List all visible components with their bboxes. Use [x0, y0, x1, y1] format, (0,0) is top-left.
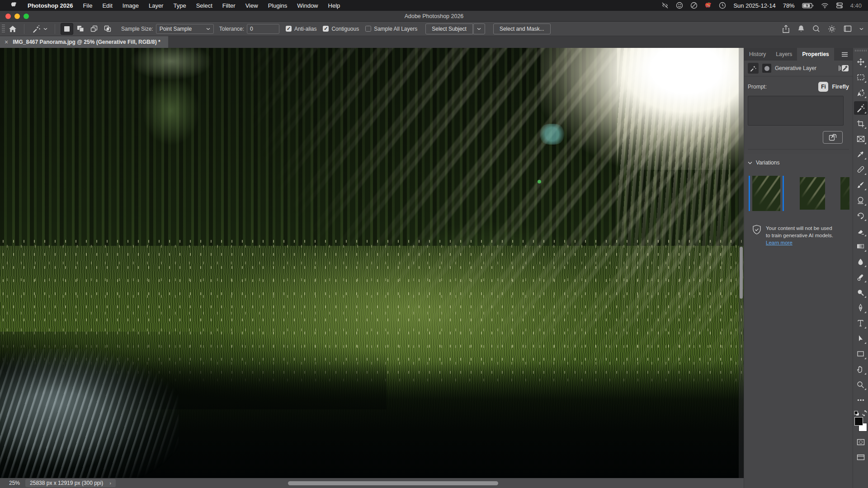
- crop-tool[interactable]: [854, 117, 868, 130]
- panel-menu-icon[interactable]: [841, 52, 853, 57]
- magic-wand-tool[interactable]: [854, 101, 868, 115]
- wifi-icon[interactable]: [821, 3, 829, 9]
- swap-colors-icon[interactable]: [862, 410, 868, 416]
- rectangle-shape-tool[interactable]: [854, 347, 868, 361]
- search-icon[interactable]: [812, 25, 820, 33]
- menu-plugins[interactable]: Plugins: [263, 2, 292, 9]
- variation-thumbnail-1[interactable]: [752, 176, 780, 211]
- notifications-bell-icon[interactable]: [797, 25, 805, 33]
- layer-mask-thumbnail[interactable]: [762, 64, 771, 73]
- menu-type[interactable]: Type: [168, 2, 191, 9]
- variations-header[interactable]: Variations: [748, 160, 849, 166]
- menu-edit[interactable]: Edit: [97, 2, 117, 9]
- menu-window[interactable]: Window: [292, 2, 323, 9]
- tab-properties[interactable]: Properties: [797, 48, 834, 61]
- selection-brush-tool[interactable]: [854, 86, 868, 99]
- document-info-readout[interactable]: 25838 px x 12919 px (300 ppi) ›: [25, 479, 116, 487]
- tolerance-input[interactable]: [247, 24, 279, 34]
- new-selection-mode-button[interactable]: [61, 23, 73, 35]
- menu-view[interactable]: View: [241, 2, 263, 9]
- prompt-input[interactable]: [748, 96, 844, 126]
- default-colors-icon[interactable]: [854, 411, 859, 416]
- menubar-clock[interactable]: 4:40: [850, 2, 862, 9]
- type-tool[interactable]: [854, 316, 868, 330]
- menu-layer[interactable]: Layer: [144, 2, 169, 9]
- select-subject-button[interactable]: Select Subject: [425, 23, 473, 34]
- generative-sparkle-icon[interactable]: [748, 63, 759, 74]
- generative-layer-badge-icon[interactable]: [838, 64, 849, 72]
- edit-toolbar-ellipsis[interactable]: [854, 393, 868, 407]
- contiguous-checkbox[interactable]: ✓ Contiguous: [323, 26, 359, 32]
- eyedropper-tool[interactable]: [854, 147, 868, 161]
- smudge-tool[interactable]: [854, 270, 868, 284]
- brush-tool[interactable]: [854, 178, 868, 192]
- battery-icon[interactable]: [802, 3, 814, 9]
- face-memoji-icon[interactable]: [676, 2, 683, 9]
- workspace-icon[interactable]: [844, 25, 852, 32]
- pen-tool[interactable]: [854, 301, 868, 314]
- intersect-selection-mode-button[interactable]: [101, 23, 114, 35]
- menu-filter[interactable]: Filter: [217, 2, 241, 9]
- frame-tool[interactable]: [854, 132, 868, 145]
- recent-items-clock-icon[interactable]: [719, 2, 726, 9]
- menu-select[interactable]: Select: [191, 2, 217, 9]
- move-tool[interactable]: [854, 55, 868, 69]
- menu-app-name[interactable]: Photoshop 2026: [23, 2, 78, 9]
- menu-file[interactable]: File: [78, 2, 97, 9]
- canvas-area: 25% 25838 px x 12919 px (300 ppi) ›: [0, 48, 744, 488]
- subtract-from-selection-mode-button[interactable]: [88, 23, 100, 35]
- variation-thumbnail-3[interactable]: [840, 177, 849, 210]
- sample-all-layers-checkbox[interactable]: Sample All Layers: [365, 26, 417, 32]
- vertical-scrollbar[interactable]: [739, 48, 744, 478]
- add-to-selection-mode-button[interactable]: [74, 23, 87, 35]
- do-not-disturb-icon[interactable]: [690, 2, 698, 9]
- rectangular-marquee-tool[interactable]: [854, 70, 868, 84]
- variation-thumbnail-2[interactable]: [800, 177, 825, 210]
- keyboard-backlight-off-icon[interactable]: [661, 2, 669, 9]
- status-chevron-icon[interactable]: ›: [109, 480, 111, 486]
- quick-mask-button[interactable]: [854, 435, 868, 449]
- zoom-tool[interactable]: [854, 378, 868, 391]
- lighting-adjust-icon[interactable]: [828, 25, 836, 33]
- path-selection-tool[interactable]: [854, 332, 868, 345]
- generative-layer-row[interactable]: Generative Layer: [744, 61, 853, 76]
- menubar-date[interactable]: Sun 2025-12-14: [733, 2, 775, 9]
- anti-alias-checkbox[interactable]: ✓ Anti-alias: [286, 26, 316, 32]
- apple-intelligence-icon[interactable]: [705, 2, 712, 9]
- dodge-tool[interactable]: [854, 286, 868, 299]
- apple-menu[interactable]: [5, 2, 23, 9]
- color-swatches[interactable]: [854, 417, 868, 432]
- menu-image[interactable]: Image: [118, 2, 144, 9]
- history-brush-tool[interactable]: [854, 209, 868, 222]
- toolbar-grip[interactable]: [855, 50, 867, 52]
- magic-wand-tool-preset[interactable]: [28, 23, 51, 35]
- generate-button[interactable]: [823, 131, 843, 144]
- workspace-chevron-icon[interactable]: [859, 28, 863, 30]
- horizontal-scrollbar-thumb[interactable]: [288, 481, 498, 485]
- home-button[interactable]: [5, 23, 20, 35]
- hand-tool[interactable]: [854, 362, 868, 376]
- eraser-tool[interactable]: [854, 224, 868, 238]
- tab-layers[interactable]: Layers: [771, 48, 797, 61]
- select-and-mask-button[interactable]: Select and Mask...: [493, 23, 551, 34]
- screen-mode-button[interactable]: [854, 450, 868, 464]
- clone-stamp-tool[interactable]: [854, 193, 868, 207]
- gradient-tool[interactable]: [854, 239, 868, 253]
- menu-help[interactable]: Help: [323, 2, 345, 9]
- vertical-scrollbar-thumb[interactable]: [740, 247, 743, 299]
- learn-more-link[interactable]: Learn more: [766, 240, 793, 245]
- separator: [55, 24, 55, 34]
- tab-history[interactable]: History: [744, 48, 771, 61]
- spot-healing-brush-tool[interactable]: [854, 163, 868, 176]
- blur-tool[interactable]: [854, 255, 868, 268]
- sample-size-dropdown[interactable]: Point Sample: [156, 24, 214, 34]
- close-document-icon[interactable]: ×: [5, 38, 8, 46]
- control-center-icon[interactable]: [836, 2, 843, 9]
- document-tab[interactable]: × IMG_8467 Panorama.jpg @ 25% (Generativ…: [0, 36, 168, 48]
- document-canvas[interactable]: [0, 48, 744, 478]
- options-bar-grip[interactable]: [2, 24, 5, 33]
- foreground-color-swatch[interactable]: [854, 417, 863, 426]
- zoom-level-field[interactable]: 25%: [0, 480, 25, 486]
- select-subject-dropdown-button[interactable]: [473, 23, 485, 34]
- share-icon[interactable]: [782, 25, 790, 33]
